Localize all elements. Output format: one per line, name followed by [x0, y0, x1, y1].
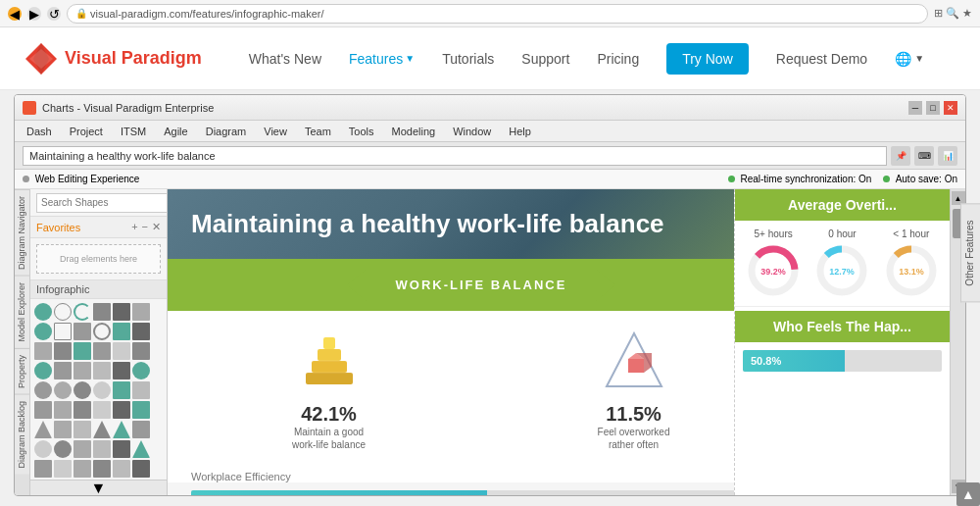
shape-item[interactable]	[113, 421, 130, 438]
shape-item[interactable]	[132, 381, 150, 399]
menu-project[interactable]: Project	[62, 124, 111, 139]
shape-item[interactable]	[93, 401, 111, 419]
language-selector[interactable]: 🌐 ▼	[895, 51, 924, 67]
side-tab-diagram-backlog[interactable]: Diagram Backlog	[15, 394, 29, 475]
browser-refresh[interactable]: ↺	[47, 7, 61, 21]
close-button[interactable]: ✕	[944, 101, 957, 115]
shape-item[interactable]	[132, 460, 150, 478]
donut-1: 39.2%	[746, 243, 801, 298]
menu-team[interactable]: Team	[297, 124, 339, 139]
shape-item[interactable]	[54, 323, 72, 340]
shape-item[interactable]	[132, 342, 150, 360]
shape-item[interactable]	[34, 342, 52, 360]
shape-item[interactable]	[74, 460, 91, 478]
shape-item[interactable]	[74, 303, 91, 321]
side-tab-property[interactable]: Property	[15, 348, 29, 394]
browser-forward[interactable]: ▶	[27, 7, 41, 21]
shape-item[interactable]	[34, 401, 52, 419]
shape-item[interactable]	[54, 440, 72, 458]
shape-item[interactable]	[54, 303, 72, 321]
shape-item[interactable]	[113, 342, 130, 360]
menu-dash[interactable]: Dash	[19, 124, 60, 139]
shape-item[interactable]	[54, 421, 72, 438]
shape-item[interactable]	[34, 362, 52, 380]
browser-back[interactable]: ◀	[8, 7, 22, 21]
shape-item[interactable]	[34, 460, 52, 478]
shape-item[interactable]	[113, 460, 130, 478]
shapes-scroll-down[interactable]: ▼	[30, 480, 167, 495]
menu-window[interactable]: Window	[445, 124, 499, 139]
shape-item[interactable]	[132, 421, 150, 438]
menu-view[interactable]: View	[256, 124, 295, 139]
shape-item[interactable]	[113, 362, 130, 380]
shape-item[interactable]	[132, 323, 150, 340]
toolbar-path[interactable]: Maintaining a healthy work-life balance	[23, 146, 887, 166]
shape-item[interactable]	[34, 303, 52, 321]
shape-item[interactable]	[132, 440, 150, 458]
nav-pricing[interactable]: Pricing	[597, 51, 639, 67]
site-nav: Visual Paradigm What's New Features ▼ Tu…	[0, 27, 980, 90]
nav-tutorials[interactable]: Tutorials	[442, 51, 494, 67]
side-tab-model-explorer[interactable]: Model Explorer	[15, 276, 29, 348]
fav-add-icon[interactable]: +	[131, 221, 137, 233]
scroll-to-top-button[interactable]: ▲	[956, 482, 980, 506]
fav-search-icon[interactable]: −	[142, 221, 148, 233]
menu-tools[interactable]: Tools	[341, 124, 382, 139]
side-tab-diagram-navigator[interactable]: Diagram Navigator	[15, 189, 29, 276]
shape-item[interactable]	[54, 362, 72, 380]
shapes-search-input[interactable]	[36, 193, 168, 213]
shape-item[interactable]	[132, 303, 150, 321]
shape-item[interactable]	[54, 381, 72, 399]
url-bar[interactable]: 🔒 visual-paradigm.com/features/infograph…	[67, 4, 928, 24]
toolbar-icon-1[interactable]: 📌	[891, 146, 910, 166]
maximize-button[interactable]: □	[926, 101, 940, 115]
shape-item[interactable]	[34, 440, 52, 458]
shape-item[interactable]	[74, 440, 91, 458]
nav-support[interactable]: Support	[521, 51, 569, 67]
shape-item[interactable]	[93, 421, 111, 438]
shape-item[interactable]	[34, 421, 52, 438]
shape-item[interactable]	[54, 460, 72, 478]
minimize-button[interactable]: ─	[908, 101, 922, 115]
shape-item[interactable]	[74, 362, 91, 380]
shape-item[interactable]	[132, 362, 150, 380]
shape-item[interactable]	[113, 303, 130, 321]
shape-item[interactable]	[74, 381, 91, 399]
nav-request-demo[interactable]: Request Demo	[776, 51, 867, 67]
try-now-button[interactable]: Try Now	[666, 43, 749, 75]
menu-agile[interactable]: Agile	[156, 124, 195, 139]
shape-item[interactable]	[54, 401, 72, 419]
shape-item[interactable]	[74, 342, 91, 360]
shape-item[interactable]	[113, 440, 130, 458]
menu-help[interactable]: Help	[501, 124, 539, 139]
shape-item[interactable]	[74, 421, 91, 438]
shape-item[interactable]	[132, 401, 150, 419]
canvas-scroll[interactable]: Maintaining a healthy work-life balance …	[168, 189, 965, 495]
shape-item[interactable]	[54, 342, 72, 360]
shape-item[interactable]	[93, 342, 111, 360]
nav-features[interactable]: Features ▼	[349, 51, 415, 67]
shape-item[interactable]	[113, 401, 130, 419]
toolbar-icon-3[interactable]: 📊	[938, 146, 957, 166]
shape-item[interactable]	[34, 323, 52, 340]
fav-close-icon[interactable]: ✕	[152, 221, 161, 233]
shape-item[interactable]	[93, 440, 111, 458]
shape-item[interactable]	[74, 323, 91, 340]
other-features-tab[interactable]: Other Features	[960, 203, 980, 302]
shape-item[interactable]	[93, 303, 111, 321]
shape-item[interactable]	[93, 460, 111, 478]
logo[interactable]: Visual Paradigm	[24, 41, 202, 76]
nav-whats-new[interactable]: What's New	[249, 51, 321, 67]
menu-diagram[interactable]: Diagram	[198, 124, 255, 139]
shape-item[interactable]	[93, 323, 111, 340]
shape-item[interactable]	[93, 381, 111, 399]
shape-item[interactable]	[34, 381, 52, 399]
menu-modeling[interactable]: Modeling	[384, 124, 444, 139]
shape-item[interactable]	[74, 401, 91, 419]
shape-item[interactable]	[113, 381, 130, 399]
window-title-area: Charts - Visual Paradigm Enterprise	[23, 101, 214, 115]
menu-itsm[interactable]: ITSM	[113, 124, 154, 139]
shape-item[interactable]	[93, 362, 111, 380]
toolbar-icon-2[interactable]: ⌨	[914, 146, 934, 166]
shape-item[interactable]	[113, 323, 130, 340]
